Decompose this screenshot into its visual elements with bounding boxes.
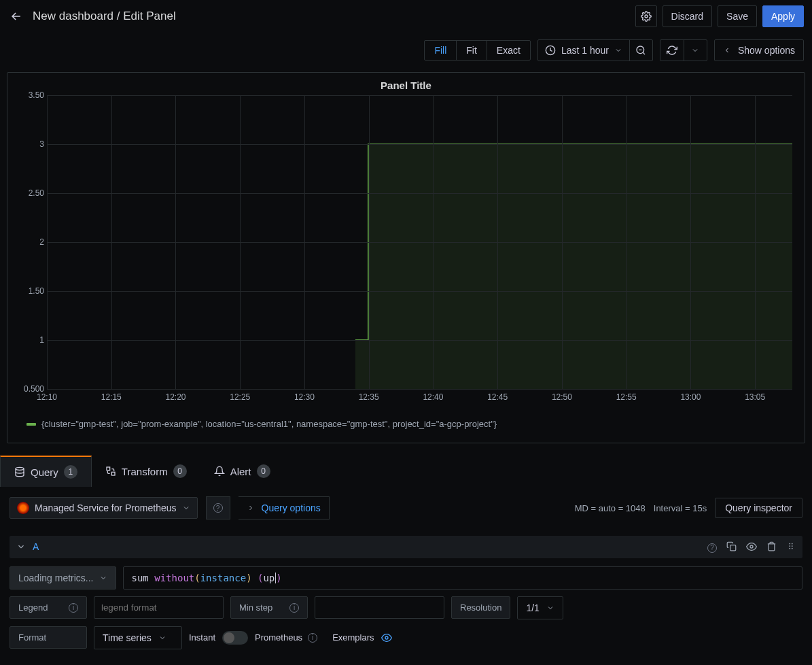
metrics-browser-button[interactable]: Loading metrics...: [10, 566, 116, 590]
query-ref-label[interactable]: A: [33, 541, 707, 552]
x-tick-label: 12:25: [230, 392, 250, 402]
info-icon: i: [69, 603, 78, 613]
tabs-bar: Query 1 Transform 0 Alert 0: [0, 456, 812, 487]
exact-button[interactable]: Exact: [487, 41, 530, 60]
interval-info: Interval = 15s: [654, 503, 707, 513]
tab-transform-label: Transform: [122, 466, 168, 477]
y-tick-label: 1: [39, 335, 44, 345]
info-icon: i: [308, 633, 317, 643]
metrics-browser-label: Loading metrics...: [18, 573, 94, 583]
fit-button[interactable]: Fit: [457, 41, 487, 60]
tab-alert-badge: 0: [257, 464, 270, 478]
panel-title: Panel Title: [7, 73, 805, 95]
md-info: MD = auto = 1048: [575, 503, 646, 513]
chart-legend[interactable]: {cluster="gmp-test", job="prom-example",…: [27, 419, 497, 429]
format-select[interactable]: Time series: [94, 626, 182, 649]
save-button[interactable]: Save: [718, 5, 757, 27]
legend-field-label: Legend i: [10, 596, 87, 619]
copy-icon: [726, 541, 737, 551]
tab-query-label: Query: [31, 466, 58, 478]
chevron-down-icon: [99, 574, 107, 582]
format-value: Time series: [103, 632, 152, 643]
help-icon: ?: [707, 543, 717, 553]
info-icon: i: [289, 603, 299, 613]
svg-rect-5: [111, 472, 115, 475]
query-options-label: Query options: [262, 502, 321, 513]
show-options-button[interactable]: Show options: [714, 39, 804, 61]
delete-query-button[interactable]: [766, 541, 777, 553]
x-tick-label: 12:20: [165, 392, 186, 402]
chevron-down-icon: [182, 504, 190, 512]
query-inspector-button[interactable]: Query inspector: [715, 498, 802, 518]
tab-transform[interactable]: Transform 0: [92, 456, 200, 487]
x-tick-label: 12:15: [101, 392, 122, 402]
settings-button[interactable]: [635, 5, 657, 27]
datasource-help-button[interactable]: ?: [206, 496, 230, 519]
svg-rect-4: [107, 467, 110, 471]
exemplars-label: Exemplars: [332, 632, 374, 643]
back-button[interactable]: [8, 8, 24, 24]
query-header: A ?: [10, 536, 802, 558]
query-help-button[interactable]: ?: [707, 541, 717, 553]
svg-point-3: [16, 467, 24, 470]
resolution-select[interactable]: 1/1: [517, 596, 563, 619]
query-expression-input[interactable]: sum without(instance) (up): [123, 566, 803, 590]
chart-area[interactable]: 0.50011.5022.5033.50: [47, 95, 792, 389]
zoom-out-button[interactable]: [629, 40, 652, 61]
query-options-button[interactable]: Query options: [239, 496, 330, 519]
chevron-right-icon: [247, 504, 255, 512]
format-field-label: Format: [10, 626, 87, 649]
legend-swatch: [27, 423, 36, 426]
refresh-button[interactable]: [660, 40, 684, 61]
minstep-field-label: Min step i: [230, 596, 308, 619]
apply-button[interactable]: Apply: [762, 5, 804, 27]
svg-point-7: [750, 545, 753, 548]
svg-point-10: [789, 545, 790, 547]
refresh-interval-button[interactable]: [684, 40, 707, 61]
instant-toggle[interactable]: [222, 631, 248, 645]
x-tick-label: 12:55: [616, 392, 637, 402]
exemplars-toggle[interactable]: [381, 632, 392, 643]
svg-point-8: [789, 543, 790, 545]
chevron-down-icon: [158, 634, 166, 642]
svg-point-0: [645, 15, 648, 18]
legend-format-input[interactable]: [94, 596, 224, 619]
prometheus-logo-icon: [17, 502, 29, 514]
discard-button[interactable]: Discard: [663, 5, 712, 27]
time-range-button[interactable]: Last 1 hour: [538, 45, 629, 56]
y-tick-label: 3.50: [29, 90, 44, 100]
y-tick-label: 3: [39, 139, 44, 149]
refresh-icon: [667, 45, 677, 56]
exemplars-group: Exemplars: [332, 632, 391, 643]
chevron-left-icon: [723, 46, 731, 54]
toggle-query-visibility-button[interactable]: [746, 541, 757, 553]
time-range-label: Last 1 hour: [561, 45, 609, 56]
view-mode-group: Fill Fit Exact: [424, 40, 530, 61]
clock-icon: [545, 45, 556, 56]
prometheus-label: Prometheus i: [255, 632, 317, 643]
svg-rect-6: [730, 545, 736, 551]
svg-point-14: [385, 636, 388, 639]
drag-handle[interactable]: [786, 541, 796, 553]
tab-query[interactable]: Query 1: [0, 456, 92, 487]
tab-query-badge: 1: [64, 465, 77, 479]
query-editor: A ? Loading metrics... sum without(insta…: [10, 536, 802, 649]
tab-alert-label: Alert: [230, 466, 251, 477]
fill-button[interactable]: Fill: [425, 41, 457, 60]
collapse-query-button[interactable]: [16, 542, 26, 551]
chevron-down-icon: [546, 604, 554, 612]
panel-frame: Panel Title 0.50011.5022.5033.50 12:1012…: [7, 72, 805, 443]
duplicate-query-button[interactable]: [726, 541, 737, 553]
minstep-input[interactable]: [315, 596, 444, 619]
trash-icon: [766, 541, 777, 551]
time-range-picker: Last 1 hour: [537, 39, 653, 61]
x-tick-label: 12:50: [552, 392, 572, 402]
database-icon: [14, 466, 25, 477]
svg-point-9: [792, 543, 793, 545]
grip-icon: [786, 541, 796, 551]
chevron-down-icon: [16, 542, 26, 551]
datasource-picker[interactable]: Managed Service for Prometheus: [10, 497, 198, 519]
eye-icon: [746, 541, 757, 552]
instant-label: Instant: [189, 632, 215, 643]
tab-alert[interactable]: Alert 0: [200, 456, 284, 487]
